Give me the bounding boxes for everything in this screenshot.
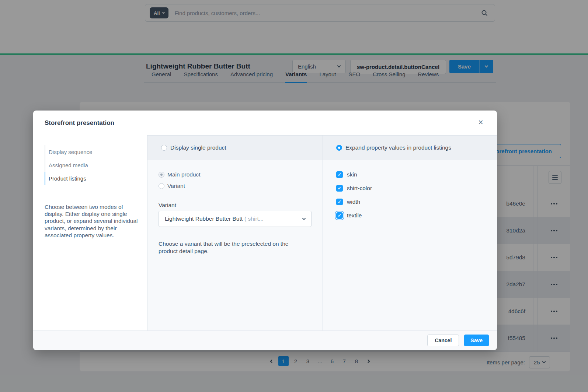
variant-field-label: Variant <box>159 202 323 209</box>
checkbox-checked-icon: ✓ <box>336 171 343 178</box>
variant-help-text: Choose a variant that will be the presel… <box>159 240 306 255</box>
modal-sidebar: Display sequence Assigned media Product … <box>33 135 147 330</box>
cancel-button[interactable]: Cancel <box>427 335 459 346</box>
checkbox-checked-icon: ✓ <box>336 199 343 205</box>
sidebar-item-display-sequence[interactable]: Display sequence <box>45 145 147 158</box>
mode-description: Choose between two modes of display. Eit… <box>45 203 143 239</box>
modal-footer: Cancel Save <box>33 330 497 350</box>
modal-main: Display single product Expand property v… <box>147 135 497 330</box>
single-product-panel: Main product Variant Variant Lightweight… <box>147 160 323 330</box>
property-label: width <box>347 199 360 205</box>
variant-select-value: Lightweight Rubber Butter Butt <box>165 216 243 222</box>
property-label: textile <box>347 212 362 219</box>
modal-body: Display sequence Assigned media Product … <box>33 135 497 330</box>
close-icon[interactable]: × <box>476 117 486 127</box>
storefront-presentation-modal: Storefront presentation × Display sequen… <box>33 111 497 350</box>
variant-radio[interactable] <box>159 183 164 189</box>
variant-option: Variant <box>159 183 323 189</box>
property-option-skin[interactable]: ✓ skin <box>336 171 497 178</box>
expand-properties-option: Expand property values in product listin… <box>323 135 497 160</box>
chevron-down-icon <box>302 216 306 220</box>
expand-properties-panel: ✓ skin ✓ shirt-color ✓ width ✓ textile <box>323 160 497 330</box>
expand-properties-label: Expand property values in product listin… <box>345 144 451 151</box>
expand-properties-radio[interactable] <box>336 145 342 151</box>
modal-title: Storefront presentation <box>45 111 114 135</box>
save-button[interactable]: Save <box>464 335 489 346</box>
display-single-product-label: Display single product <box>170 144 226 151</box>
property-option-textile[interactable]: ✓ textile <box>336 212 497 219</box>
checkbox-checked-icon: ✓ <box>336 185 343 192</box>
checkbox-checked-icon: ✓ <box>336 212 343 219</box>
variant-select[interactable]: Lightweight Rubber Butter Butt ( shirt..… <box>159 211 312 227</box>
modal-header: Storefront presentation × <box>33 111 497 135</box>
property-label: shirt-color <box>347 185 372 192</box>
variant-radio-label: Variant <box>167 183 185 189</box>
property-option-shirt-color[interactable]: ✓ shirt-color <box>336 185 497 192</box>
main-product-option: Main product <box>159 171 323 178</box>
single-product-option: Display single product <box>147 135 323 160</box>
variant-select-value-suffix: ( shirt... <box>244 216 264 222</box>
screen: All Lightweight Rubber Butter Butt Engli… <box>0 0 588 392</box>
property-label: skin <box>347 171 357 178</box>
display-single-product-radio[interactable] <box>161 145 167 151</box>
main-product-radio[interactable] <box>159 172 164 178</box>
property-option-width[interactable]: ✓ width <box>336 199 497 205</box>
sidebar-item-assigned-media[interactable]: Assigned media <box>45 158 147 172</box>
main-product-label: Main product <box>167 171 201 178</box>
sidebar-item-product-listings[interactable]: Product listings <box>45 172 147 185</box>
